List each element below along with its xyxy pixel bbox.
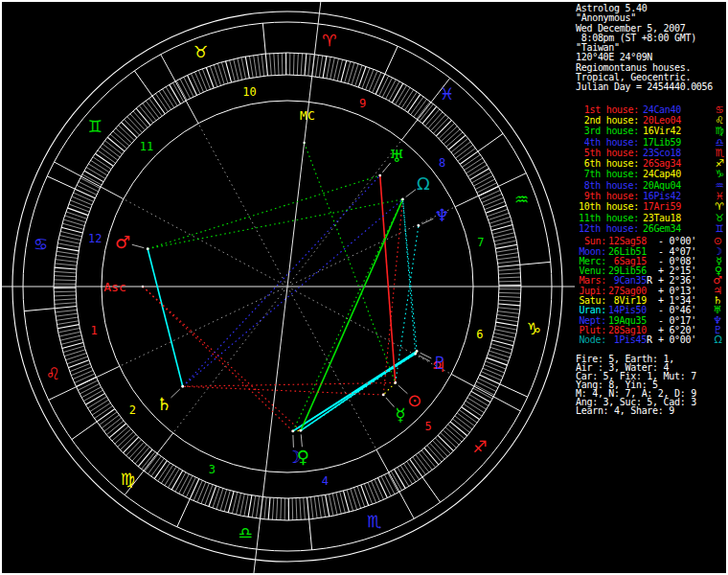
- zodiac-sign-icon: ♏: [681, 148, 726, 157]
- degree-tick: [54, 295, 76, 296]
- house-row: 6th house:26Sag34♐: [576, 158, 726, 169]
- degree-tick: [249, 56, 253, 78]
- degree-tick: [265, 54, 267, 76]
- degree-tick: [392, 83, 402, 103]
- degree-tick: [329, 494, 333, 517]
- header-line: Julian Day = 2454440.0056: [576, 82, 726, 92]
- sign-divider: [385, 46, 398, 74]
- house-row: 7th house:24Cap40♑: [576, 169, 726, 179]
- house-number: 8: [439, 156, 445, 170]
- degree-tick: [57, 247, 79, 251]
- degree-tick: [301, 53, 302, 75]
- zodiac-sign-icon: ♋: [681, 104, 726, 114]
- degree-tick: [498, 269, 520, 271]
- stats-line: Learn: 4, Share: 9: [576, 406, 726, 415]
- zodiac-sign-icon: ♊: [681, 223, 726, 233]
- planet-position-dot: [382, 394, 385, 397]
- degree-tick: [498, 264, 520, 266]
- degree-tick: [182, 475, 192, 495]
- planet-row: Node:1Pis45R+ 0°00'Ω: [576, 335, 726, 345]
- degree-tick: [351, 489, 357, 510]
- house-cusp-value: 17Lib59: [639, 138, 681, 148]
- aspect-line-trine: [148, 175, 380, 249]
- degree-tick: [495, 241, 517, 245]
- degree-tick: [382, 78, 392, 98]
- degree-tick: [64, 350, 85, 356]
- degree-tick: [499, 292, 521, 293]
- info-panel: Astrolog 5.40 "Anonymous"Wed December 5,…: [576, 4, 726, 415]
- planet-icon: Ω: [696, 335, 726, 345]
- degree-tick: [304, 497, 306, 519]
- degree-tick: [238, 58, 242, 80]
- pluto-glyph-icon: ♇: [432, 353, 447, 373]
- house-row: 10th house:17Ari59♈: [576, 201, 726, 212]
- degree-tick: [327, 57, 330, 79]
- house-row: 1st house:24Can40♋: [576, 104, 726, 115]
- degree-tick: [54, 276, 76, 277]
- degree-tick: [236, 494, 240, 515]
- degree-tick: [54, 271, 76, 272]
- degree-tick: [67, 208, 88, 216]
- house-number: 1: [90, 324, 97, 337]
- degree-tick: [494, 237, 515, 242]
- aspect-line-sextile: [402, 199, 417, 351]
- house-cusp-value: 24Cap40: [639, 170, 681, 179]
- houses-table: 1st house:24Can40♋2nd house:20Leo04♌3rd …: [576, 104, 726, 235]
- sun-glyph-icon: ⊙: [407, 390, 421, 410]
- degree-tick: [296, 498, 297, 520]
- degree-tick: [274, 53, 275, 75]
- degree-tick: [486, 205, 507, 213]
- house-number: 4: [322, 474, 329, 488]
- degree-tick: [489, 217, 511, 223]
- house-label: 6th house:: [576, 159, 639, 169]
- retrograde-marker: R: [647, 276, 653, 286]
- degree-tick: [71, 367, 91, 376]
- degree-tick: [184, 77, 193, 97]
- degree-tick: [495, 244, 517, 248]
- degree-tick: [485, 201, 505, 209]
- degree-tick: [241, 58, 246, 80]
- degree-tick: [480, 190, 500, 198]
- sign-glyph-aquarius-icon: ♒: [514, 190, 529, 209]
- sign-glyph-gemini-icon: ♊: [87, 117, 102, 136]
- degree-tick: [216, 489, 223, 510]
- degree-tick: [386, 80, 397, 99]
- sign-divider: [520, 262, 551, 264]
- sign-divider: [422, 477, 441, 502]
- sign-glyph-virgo-icon: ♍: [121, 470, 135, 489]
- zodiac-sign-icon: ♍: [681, 126, 726, 135]
- degree-tick: [55, 303, 77, 305]
- degree-tick: [375, 479, 383, 499]
- degree-tick: [488, 209, 509, 217]
- zodiac-sign-icon: ♒: [681, 180, 726, 190]
- degree-tick: [498, 311, 520, 314]
- planet-position-value: 1Pis45: [606, 335, 647, 345]
- planet-row: Sun:12Sag58- 0°00'⊙: [576, 237, 726, 246]
- sign-divider: [134, 71, 152, 96]
- sign-divider: [47, 176, 75, 189]
- house-row: 8th house:20Aqu04♒: [576, 180, 726, 191]
- degree-tick: [305, 54, 307, 76]
- degree-tick: [496, 318, 518, 321]
- saturn-glyph-icon: ♄: [156, 394, 171, 414]
- degree-tick: [56, 260, 78, 263]
- degree-tick: [482, 194, 502, 202]
- degree-tick: [194, 72, 203, 92]
- degree-tick: [499, 300, 521, 301]
- house-number: 3: [209, 463, 216, 476]
- house-cusp-value: 24Can40: [639, 105, 681, 115]
- planet-pointer: [386, 398, 395, 407]
- degree-tick: [354, 488, 361, 509]
- degree-tick: [176, 80, 187, 100]
- mercury-glyph-icon: ☿: [396, 404, 406, 425]
- house-row: 4th house:17Lib59♎: [576, 137, 726, 148]
- house-cusp-value: 20Leo04: [639, 116, 681, 126]
- uranus-glyph-icon: ♅: [389, 146, 404, 166]
- planet-latitude: - 0°00': [653, 237, 696, 246]
- planet-position-dot: [299, 429, 302, 432]
- degree-tick: [58, 328, 80, 333]
- house-label: 11th house:: [576, 214, 639, 223]
- planets-table: Sun:12Sag58- 0°00'⊙Moon:26Lib51- 4°07'☽M…: [576, 237, 726, 345]
- degree-tick: [358, 66, 366, 87]
- house-cusp-line: [55, 162, 124, 199]
